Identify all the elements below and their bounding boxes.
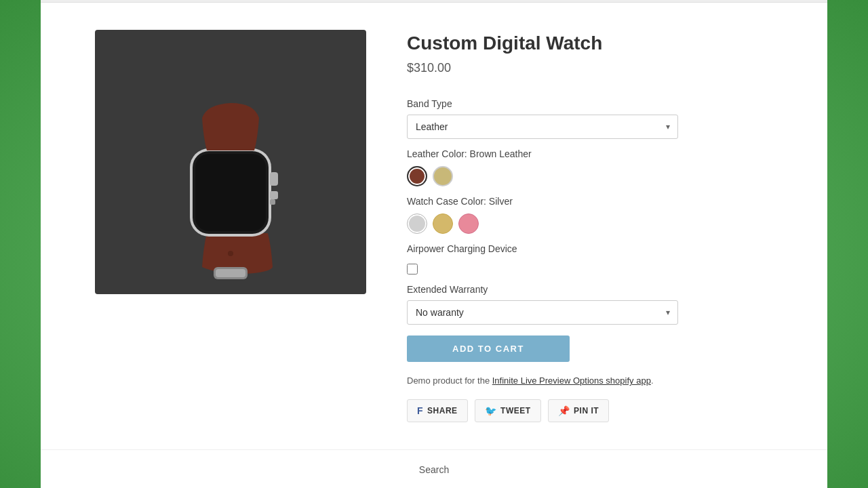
footer-search-link[interactable]: Search <box>419 464 449 475</box>
svg-rect-4 <box>270 199 275 205</box>
warranty-select-wrapper: No waranty 1 Year 2 Years ▾ <box>407 300 678 325</box>
watch-case-color-label: Watch Case Color: Silver <box>407 196 773 207</box>
demo-text: Demo product for the Infinite Live Previ… <box>407 375 773 386</box>
svg-rect-8 <box>195 154 266 231</box>
swatch-rose-gold[interactable] <box>458 214 479 234</box>
demo-suffix: . <box>651 375 654 386</box>
facebook-icon: f <box>417 405 423 416</box>
leather-color-swatches <box>407 166 773 186</box>
swatch-silver[interactable] <box>407 214 427 234</box>
svg-point-5 <box>228 251 233 256</box>
tweet-button[interactable]: 🐦 TWEET <box>475 399 541 422</box>
product-price: $310.00 <box>407 61 773 75</box>
product-image <box>102 37 359 287</box>
demo-prefix: Demo product for the <box>407 375 492 386</box>
pinterest-icon: 📌 <box>558 405 570 416</box>
leather-color-label: Leather Color: Brown Leather <box>407 148 773 159</box>
band-type-select-wrapper: Leather Sport Milanese ▾ <box>407 115 678 139</box>
airpower-checkbox[interactable] <box>407 264 418 274</box>
pin-button[interactable]: 📌 PIN IT <box>548 399 610 422</box>
product-details: Custom Digital Watch $310.00 Band Type L… <box>407 30 773 422</box>
swatch-brown-leather[interactable] <box>407 166 427 186</box>
warranty-label: Extended Warranty <box>407 284 773 295</box>
main-content: Custom Digital Watch $310.00 Band Type L… <box>41 3 827 449</box>
swatch-gold[interactable] <box>433 214 453 234</box>
share-button[interactable]: f SHARE <box>407 399 468 422</box>
band-type-select[interactable]: Leather Sport Milanese <box>407 115 678 139</box>
svg-rect-3 <box>270 191 278 199</box>
add-to-cart-button[interactable]: ADD TO CART <box>407 336 570 362</box>
share-label: SHARE <box>427 406 458 415</box>
svg-rect-7 <box>216 269 245 277</box>
product-title: Custom Digital Watch <box>407 33 773 54</box>
twitter-icon: 🐦 <box>485 405 497 416</box>
tweet-label: TWEET <box>500 406 531 415</box>
warranty-select[interactable]: No waranty 1 Year 2 Years <box>407 300 678 325</box>
product-image-container <box>95 30 366 294</box>
svg-rect-2 <box>270 172 278 186</box>
demo-link[interactable]: Infinite Live Preview Options shopify ap… <box>492 375 651 386</box>
pin-label: PIN IT <box>574 406 599 415</box>
footer-area: Search <box>41 449 827 488</box>
watch-case-color-swatches <box>407 214 773 234</box>
airpower-checkbox-row <box>407 264 773 274</box>
social-buttons: f SHARE 🐦 TWEET 📌 PIN IT <box>407 399 773 422</box>
swatch-tan-leather[interactable] <box>433 166 453 186</box>
band-type-label: Band Type <box>407 98 773 109</box>
page-container: Custom Digital Watch $310.00 Band Type L… <box>41 0 827 488</box>
airpower-label: Airpower Charging Device <box>407 243 773 254</box>
